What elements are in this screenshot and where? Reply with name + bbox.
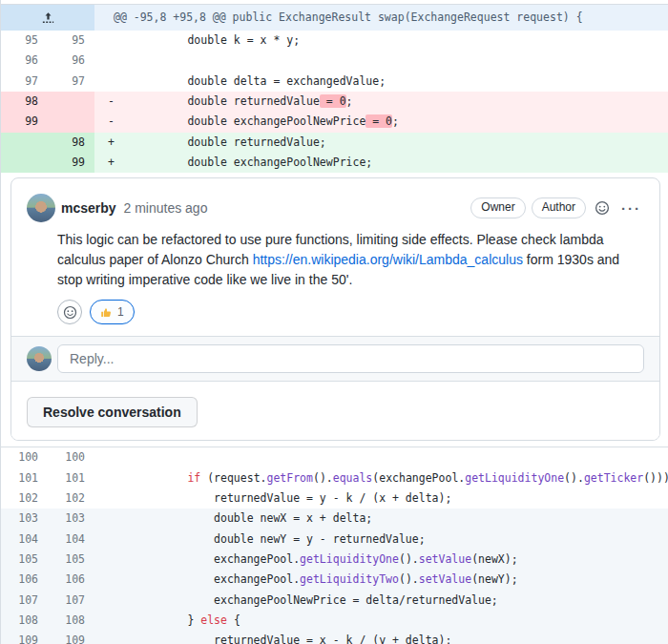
code-line: } else { — [119, 611, 668, 631]
author-name[interactable]: mcserby — [61, 200, 116, 216]
diff-row: 106106 exchangePool.getLiquidityTwo().se… — [1, 570, 668, 590]
diff-row: 107107 exchangePoolNewPrice = delta/retu… — [1, 591, 668, 611]
old-line-number[interactable]: 108 — [1, 611, 48, 631]
add-reaction-circle-button[interactable] — [57, 300, 82, 324]
code-line — [119, 51, 668, 71]
owner-badge: Owner — [470, 197, 525, 218]
comment-timestamp[interactable]: 2 minutes ago — [123, 200, 207, 216]
pull-request-diff-view: @@ -95,8 +95,8 @@ public ExchangeResult … — [0, 0, 668, 644]
diff-marker: + — [94, 153, 119, 173]
code-line: exchangePoolNewPrice = delta/returnedVal… — [119, 591, 668, 611]
diff-row: 104104 double newY = y - returnedValue; — [1, 530, 668, 550]
new-line-number[interactable]: 108 — [48, 611, 94, 631]
reply-input[interactable] — [57, 344, 644, 373]
old-line-number[interactable]: 100 — [1, 447, 48, 467]
comment-options-button[interactable]: ··· — [618, 201, 644, 216]
expand-hunk-button[interactable] — [1, 5, 94, 31]
reply-avatar[interactable] — [27, 346, 52, 371]
diff-row: 105105 exchangePool.getLiquidityOne().se… — [1, 550, 668, 570]
new-line-number[interactable]: 97 — [48, 72, 94, 92]
diff-row: 103103 double newX = x + delta; — [1, 509, 668, 529]
add-reaction-button[interactable] — [592, 200, 613, 216]
old-line-number[interactable]: 106 — [1, 570, 48, 590]
diff-marker — [94, 509, 119, 529]
new-line-number[interactable]: 96 — [48, 51, 94, 71]
old-line-number[interactable]: 109 — [1, 631, 48, 644]
lambda-calculus-link[interactable]: https://en.wikipedia.org/wiki/Lambda_cal… — [253, 252, 523, 267]
new-line-number[interactable] — [48, 92, 94, 112]
old-line-number[interactable]: 105 — [1, 550, 48, 570]
old-line-number[interactable]: 96 — [1, 51, 48, 71]
new-line-number[interactable]: 106 — [48, 570, 94, 590]
old-line-number[interactable]: 103 — [1, 509, 48, 529]
diff-row: 9595 double k = x * y; — [1, 31, 668, 51]
new-line-number[interactable]: 100 — [48, 447, 94, 467]
new-line-number[interactable]: 103 — [48, 509, 94, 529]
diff-rows-top: 9595 double k = x * y;96969797 double de… — [1, 31, 668, 173]
thumbs-up-reaction-button[interactable]: 1 — [90, 300, 135, 324]
old-line-number[interactable]: 95 — [1, 31, 48, 51]
diff-marker — [94, 468, 119, 488]
diff-marker — [94, 570, 119, 590]
new-line-number[interactable]: 99 — [48, 153, 94, 173]
author-avatar[interactable] — [27, 194, 55, 222]
code-line: exchangePool.getLiquidityTwo().setValue(… — [119, 570, 668, 590]
old-line-number[interactable]: 104 — [1, 530, 48, 550]
old-line-number[interactable]: 102 — [1, 488, 48, 509]
fold-up-icon — [41, 10, 55, 25]
comment-main: mcserby 2 minutes ago Owner Author — [11, 178, 659, 336]
code-line: exchangePool.getLiquidityOne().setValue(… — [119, 550, 668, 570]
comment-meta: mcserby 2 minutes ago — [61, 200, 207, 216]
hunk-header-text: @@ -95,8 +95,8 @@ public ExchangeResult … — [94, 5, 668, 31]
old-line-number[interactable]: 99 — [1, 112, 48, 132]
diff-marker — [94, 31, 119, 51]
code-line: if (request.getFrom().equals(exchangePoo… — [119, 468, 668, 488]
author-badge: Author — [532, 197, 586, 218]
old-line-number[interactable] — [1, 153, 48, 173]
diff-marker — [94, 447, 119, 467]
diff-marker — [94, 488, 119, 509]
reaction-count: 1 — [117, 305, 124, 319]
new-line-number[interactable] — [48, 112, 94, 132]
code-line: double newX = x + delta; — [119, 509, 668, 529]
diff-row: 9696 — [1, 51, 668, 71]
old-line-number[interactable]: 98 — [1, 92, 48, 112]
old-line-number[interactable]: 101 — [1, 468, 48, 488]
diff-marker — [94, 72, 119, 92]
new-line-number[interactable]: 104 — [48, 530, 94, 550]
diff-row: 9797 double delta = exchangedValue; — [1, 72, 668, 92]
old-line-number[interactable]: 97 — [1, 72, 48, 92]
code-line: double exchangePoolNewPrice = 0; — [119, 112, 668, 132]
code-line: double exchangePoolNewPrice; — [119, 153, 668, 173]
code-line: double k = x * y; — [119, 31, 668, 51]
diff-row: 109109 returnedValue = x - k / (y + delt… — [1, 631, 668, 644]
diff-row: 101101 if (request.getFrom().equals(exch… — [1, 468, 668, 488]
resolve-section: Resolve conversation — [11, 381, 659, 440]
diff-marker: - — [94, 112, 119, 132]
new-line-number[interactable]: 102 — [48, 488, 94, 509]
diff-marker: + — [94, 133, 119, 153]
diff-hunk-header: @@ -95,8 +95,8 @@ public ExchangeResult … — [1, 5, 668, 31]
diff-marker — [94, 611, 119, 631]
old-line-number[interactable] — [1, 133, 48, 153]
diff-row: 98+ double returnedValue; — [1, 133, 668, 153]
new-line-number[interactable]: 107 — [48, 591, 94, 611]
new-line-number[interactable]: 101 — [48, 468, 94, 488]
review-comment-card: mcserby 2 minutes ago Owner Author — [10, 177, 660, 441]
diff-row: 102102 returnedValue = y - k / (x + delt… — [1, 488, 668, 509]
new-line-number[interactable]: 105 — [48, 550, 94, 570]
diff-row: 100100 — [1, 447, 668, 467]
old-line-number[interactable]: 107 — [1, 591, 48, 611]
code-line: returnedValue = x - k / (y + delta); — [119, 631, 668, 644]
new-line-number[interactable]: 98 — [48, 133, 94, 153]
code-diff-top: @@ -95,8 +95,8 @@ public ExchangeResult … — [1, 4, 668, 173]
diff-row: 98- double returnedValue = 0; — [1, 92, 668, 112]
resolve-conversation-button[interactable]: Resolve conversation — [27, 397, 198, 427]
code-line — [119, 447, 668, 467]
new-line-number[interactable]: 95 — [48, 31, 94, 51]
diff-marker — [94, 550, 119, 570]
diff-marker — [94, 530, 119, 550]
diff-row: 108108 } else { — [1, 611, 668, 631]
comment-body: This logic can be refactored to use pure… — [57, 230, 644, 290]
new-line-number[interactable]: 109 — [48, 631, 94, 644]
